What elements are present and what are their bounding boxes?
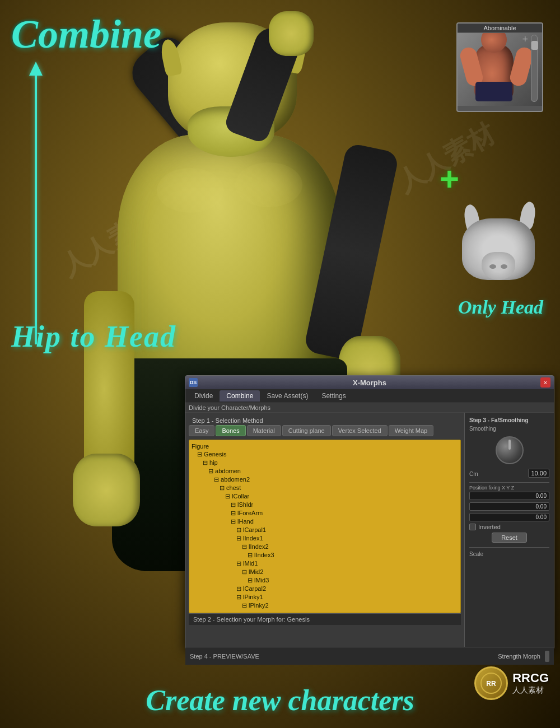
bone-tree[interactable]: Figure ⊟ Genesis ⊟ hip ⊟ abdomen ⊟ abdom… [189, 440, 461, 613]
scale-label: Scale [469, 547, 549, 557]
step-tab-bones[interactable]: Bones [216, 425, 245, 436]
only-head-text: Only Head [458, 297, 543, 318]
menu-tab-combine[interactable]: Combine [220, 390, 260, 402]
tree-item-hip[interactable]: ⊟ hip [192, 459, 458, 467]
dialog-left-panel: Step 1 - Selection Method Easy Bones Mat… [185, 413, 464, 647]
slider-bar[interactable] [531, 35, 538, 102]
chest-highlight-left [157, 168, 224, 213]
tree-item-lhand[interactable]: ⊟ lHand [192, 517, 458, 526]
menu-tab-saveassets[interactable]: Save Asset(s) [260, 390, 315, 402]
inverted-checkbox-row: Inverted [469, 524, 549, 530]
dialog-content: Step 1 - Selection Method Easy Bones Mat… [185, 413, 554, 647]
tree-item-abdomen2[interactable]: ⊟ abdomen2 [192, 475, 458, 484]
dialog-subtitle: Divide your Character/Morphs [185, 403, 554, 413]
tree-item-lforearm[interactable]: ⊟ lForeArm [192, 509, 458, 517]
tree-item-figure[interactable]: Figure [192, 442, 458, 450]
tree-item-lcarpal1[interactable]: ⊟ lCarpal1 [192, 526, 458, 534]
green-plus-sign: + [440, 160, 459, 198]
tree-item-chest[interactable]: ⊟ chest [192, 484, 458, 492]
strength-label: Strength Morph [498, 653, 540, 660]
dialog-bottom-bar: Step 4 - PREVIEW/SAVE Strength Morph [185, 647, 554, 665]
rrcg-text-block: RRCG 人人素材 [512, 671, 549, 696]
slider-plus: + [522, 34, 528, 45]
menu-tab-divide[interactable]: Divide [188, 390, 220, 402]
cm-row: Cm 10.00 [469, 469, 549, 480]
tree-item-lmid1[interactable]: ⊟ lMid1 [192, 559, 458, 568]
dialog-close-button[interactable]: × [540, 377, 550, 388]
smoothing-knob[interactable] [496, 436, 524, 464]
hip-head-text: Hip to Head [11, 319, 176, 354]
tree-item-lshldr[interactable]: ⊟ lShldr [192, 501, 458, 509]
dialog-titlebar: DS X-Morphs × [185, 376, 554, 389]
tree-item-lpinky2[interactable]: ⊟ lPinky2 [192, 601, 458, 610]
dialog-menu: Divide Combine Save Asset(s) Settings [185, 389, 554, 403]
rrcg-badge: RR RRCG 人人素材 [474, 666, 549, 700]
strength-dropdown[interactable] [545, 651, 549, 662]
troll-hand-left [269, 11, 314, 56]
animal-snout [482, 252, 515, 280]
knob-container [469, 436, 549, 464]
rrcg-logo: RR [474, 666, 508, 700]
step-tab-material[interactable]: Material [247, 425, 281, 436]
tree-item-lcarpal2[interactable]: ⊟ lCarpal2 [192, 585, 458, 593]
step2-bar: Step 2 - Selection your Morph for: Genes… [189, 613, 461, 625]
tree-item-lmid3[interactable]: ⊟ lMid3 [192, 576, 458, 585]
step-tab-cutting[interactable]: Cutting plane [282, 425, 331, 436]
animal-head [454, 202, 543, 286]
pos-x-value[interactable]: 0.00 [469, 492, 549, 500]
arrow-up [29, 62, 43, 344]
chest-highlight-right [235, 162, 302, 207]
inverted-checkbox[interactable] [469, 524, 476, 530]
inverted-label: Inverted [478, 524, 501, 530]
menu-tab-settings[interactable]: Settings [315, 390, 352, 402]
rrcg-name: RRCG [512, 671, 549, 685]
reset-button[interactable]: Reset [492, 533, 527, 543]
abominable-card: Abominable + [456, 22, 543, 112]
cm-value[interactable]: 10.00 [528, 469, 549, 478]
tree-item-genesis[interactable]: ⊟ Genesis [192, 450, 458, 459]
tree-item-lcollar[interactable]: ⊟ lCollar [192, 492, 458, 501]
tree-item-lmid2[interactable]: ⊟ lMid2 [192, 568, 458, 576]
step-tab-easy[interactable]: Easy [189, 425, 214, 436]
step4-label: Step 4 - PREVIEW/SAVE [190, 653, 259, 660]
tree-item-abdomen[interactable]: ⊟ abdomen [192, 467, 458, 475]
dialog-right-panel: Step 3 - Fa/Smoothing Smoothing Cm 10.00… [464, 413, 554, 647]
smoothing-label: Smoothing [469, 426, 549, 432]
pos-fix-label: Position fixing X Y Z [469, 485, 549, 491]
abominable-image [458, 33, 542, 106]
pos-z-value[interactable]: 0.00 [469, 513, 549, 521]
xmorphs-dialog: DS X-Morphs × Divide Combine Save Asset(… [185, 375, 554, 650]
tree-item-lindex3[interactable]: ⊟ lIndex3 [192, 551, 458, 559]
rrcg-chinese: 人人素材 [512, 685, 549, 696]
tree-item-lindex2[interactable]: ⊟ lIndex2 [192, 543, 458, 551]
arrow-head [29, 62, 43, 76]
step-tab-weight[interactable]: Weight Map [389, 425, 434, 436]
troll-hand-bottom-left [73, 454, 140, 526]
step2-label: Step 2 - Selection your Morph for: Genes… [193, 616, 310, 623]
cm-label: Cm [469, 471, 478, 477]
step-tabs: Easy Bones Material Cutting plane Vertex… [189, 425, 461, 436]
abominable-label: Abominable [458, 24, 542, 33]
ds-icon: DS [189, 378, 198, 387]
combine-text: Combine [11, 11, 161, 58]
tree-item-lindex1[interactable]: ⊟ lIndex1 [192, 534, 458, 543]
step3-label: Step 3 - Fa/Smoothing [469, 417, 549, 423]
step1-label: Step 1 - Selection Method [189, 416, 461, 425]
pos-y-value[interactable]: 0.00 [469, 502, 549, 511]
step-tab-vertex[interactable]: Vertex Selected [332, 425, 388, 436]
slider-thumb[interactable] [531, 41, 538, 50]
svg-text:RR: RR [487, 680, 497, 688]
dialog-title: X-Morphs [353, 379, 386, 387]
arrow-shaft [35, 76, 37, 344]
tree-item-lpinky1[interactable]: ⊟ lPinky1 [192, 593, 458, 601]
